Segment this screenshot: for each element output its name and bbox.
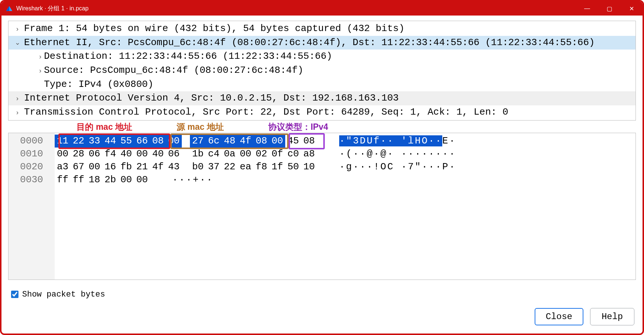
hex-byte[interactable]: ff [55,173,71,186]
hex-byte[interactable]: 0f [269,148,285,160]
show-packet-bytes-checkbox[interactable]: Show packet bytes [10,290,634,299]
hex-byte[interactable]: 0a [222,148,238,160]
hex-byte[interactable]: 00 [134,173,150,186]
maximize-button[interactable]: ▢ [598,1,620,16]
hex-byte[interactable]: 45 [285,135,301,148]
close-window-button[interactable]: ✕ [620,1,643,16]
hex-line[interactable]: 0010002806f4400040061bc40a00020fc0a8·(··… [8,148,636,160]
chevron-right-icon[interactable]: › [37,52,44,61]
hex-bytes[interactable]: a3670016fb214f43b03722eaf81f5010 [55,160,317,173]
hex-byte[interactable]: 50 [285,160,301,173]
hex-offset: 0030 [8,173,55,186]
tree-item-eth-type[interactable]: · · Type: IPv4 (0x0800) [8,78,636,92]
hex-byte[interactable]: 1f [269,160,285,173]
tree-label: Ethernet II, Src: PcsCompu_6c:48:4f (08:… [24,36,595,50]
content-area: › Frame 1: 54 bytes on wire (432 bits), … [1,16,643,334]
tree-item-eth-src[interactable]: · › Source: PcsCompu_6c:48:4f (08:00:27:… [8,64,636,78]
tree-item-ip[interactable]: › Internet Protocol Version 4, Src: 10.0… [8,91,636,105]
help-button[interactable]: Help [590,308,634,325]
hex-ascii: ·"3DUf·· 'lHO··E· [339,135,456,148]
annotation-row: 目的 mac 地址 源 mac 地址 协议类型：IPv4 [8,121,636,133]
hex-byte[interactable]: 00 [166,135,182,148]
hex-line[interactable]: 0030ffff182b0000···+·· [8,173,636,186]
hex-bytes[interactable]: 1122334455660800276c484f08004508 [55,135,317,148]
annotation-src-mac: 源 mac 地址 [177,121,224,133]
hex-byte[interactable]: 2b [102,173,118,186]
hex-offset: 0000 [8,135,55,148]
hex-byte[interactable]: 08 [301,135,317,148]
hex-byte[interactable]: 10 [301,160,317,173]
hex-byte[interactable]: 08 [150,135,166,148]
hex-byte[interactable]: 1b [190,148,206,160]
chevron-right-icon[interactable]: › [37,66,44,75]
show-packet-bytes-input[interactable] [11,291,18,298]
hex-byte[interactable]: 00 [238,148,253,160]
hex-byte[interactable]: ff [71,173,86,186]
hex-byte[interactable]: 18 [86,173,102,186]
hex-byte[interactable]: 00 [269,135,285,148]
hex-byte[interactable]: 06 [86,148,102,160]
chevron-right-icon[interactable]: › [11,108,24,117]
tree-item-frame[interactable]: › Frame 1: 54 bytes on wire (432 bits), … [8,22,636,36]
minimize-button[interactable]: — [576,1,598,16]
hex-byte[interactable]: 43 [166,160,182,173]
hex-byte[interactable]: ea [238,160,253,173]
hex-bytes[interactable]: ffff182b0000 [55,173,150,186]
hex-ascii: ···+·· [172,173,214,186]
hex-byte[interactable]: 00 [55,148,71,160]
hex-byte[interactable]: 40 [118,148,134,160]
hex-byte[interactable]: 00 [118,173,134,186]
hex-byte[interactable]: 44 [102,135,118,148]
hex-bytes[interactable]: 002806f4400040061bc40a00020fc0a8 [55,148,317,160]
chevron-down-icon[interactable]: ⌄ [11,38,24,47]
hex-byte[interactable]: c0 [285,148,301,160]
window-title: Wireshark · 分组 1 · in.pcap [16,5,576,13]
hex-byte[interactable]: 27 [190,135,206,148]
tree-label: Internet Protocol Version 4, Src: 10.0.2… [24,91,399,105]
hex-byte[interactable]: 16 [102,160,118,173]
hex-byte[interactable]: fb [118,160,134,173]
hex-byte[interactable]: 00 [134,148,150,160]
hex-line[interactable]: 00001122334455660800276c484f08004508·"3D… [8,135,636,148]
annotation-ether-type: 协议类型：IPv4 [268,121,328,133]
annotation-dst-mac: 目的 mac 地址 [76,121,132,133]
hex-byte[interactable]: a8 [301,148,317,160]
hex-byte[interactable]: 11 [55,135,71,148]
hex-byte[interactable]: 28 [71,148,86,160]
close-button[interactable]: Close [535,308,583,325]
tree-item-tcp[interactable]: › Transmission Control Protocol, Src Por… [8,105,636,119]
hex-byte[interactable]: f8 [253,160,269,173]
tree-item-ethernet[interactable]: ⌄ Ethernet II, Src: PcsCompu_6c:48:4f (0… [8,36,636,50]
hex-pane[interactable]: 00001122334455660800276c484f08004508·"3D… [8,133,636,280]
chevron-right-icon[interactable]: › [11,94,24,103]
hex-byte[interactable]: 55 [118,135,134,148]
hex-byte[interactable]: b0 [190,160,206,173]
tree-item-eth-dst[interactable]: · › Destination: 11:22:33:44:55:66 (11:2… [8,50,636,64]
hex-byte[interactable]: 00 [86,160,102,173]
hex-byte[interactable]: c4 [206,148,222,160]
hex-line[interactable]: 0020a3670016fb214f43b03722eaf81f5010·g··… [8,160,636,173]
hex-byte[interactable]: 4f [238,135,253,148]
protocol-tree[interactable]: › Frame 1: 54 bytes on wire (432 bits), … [8,21,636,121]
hex-byte[interactable]: 02 [253,148,269,160]
hex-byte[interactable]: 48 [222,135,238,148]
hex-byte[interactable]: 22 [222,160,238,173]
hex-byte[interactable]: 06 [166,148,182,160]
hex-byte[interactable]: a3 [55,160,71,173]
hex-byte[interactable]: 33 [86,135,102,148]
hex-byte[interactable]: 66 [134,135,150,148]
tree-label: Type: IPv4 (0x0800) [44,78,153,92]
chevron-right-icon[interactable]: › [11,24,24,34]
hex-byte[interactable]: 21 [134,160,150,173]
hex-byte[interactable]: 6c [206,135,222,148]
hex-byte[interactable]: 67 [71,160,86,173]
hex-byte[interactable]: 37 [206,160,222,173]
hex-byte[interactable]: 22 [71,135,86,148]
hex-byte[interactable]: 08 [253,135,269,148]
hex-byte[interactable]: 40 [150,148,166,160]
titlebar: Wireshark · 分组 1 · in.pcap — ▢ ✕ [1,1,643,16]
window-buttons: — ▢ ✕ [576,1,643,16]
hex-byte[interactable]: f4 [102,148,118,160]
hex-byte[interactable]: 4f [150,160,166,173]
hex-offset: 0010 [8,148,55,160]
